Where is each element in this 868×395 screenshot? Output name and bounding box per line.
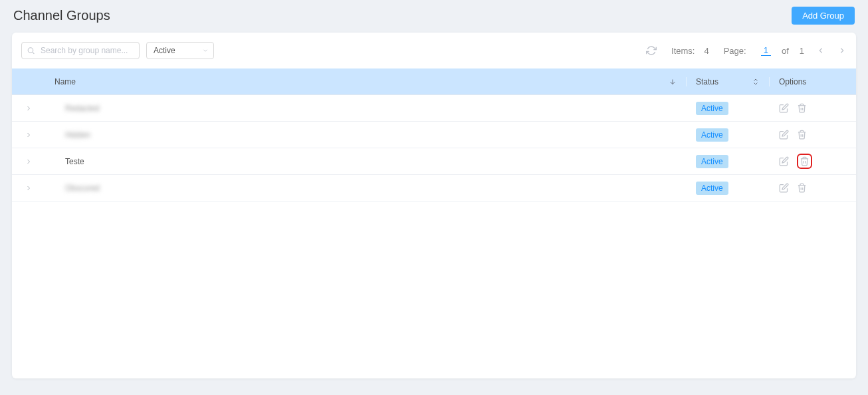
status-badge: Active — [696, 128, 728, 142]
prev-page-button[interactable] — [816, 46, 825, 55]
chevron-right-icon — [25, 158, 33, 166]
table-row: HiddenActive — [12, 122, 856, 148]
status-badge: Active — [696, 102, 728, 115]
delete-icon[interactable] — [797, 183, 807, 193]
edit-icon[interactable] — [779, 103, 789, 113]
page-title: Channel Groups — [13, 8, 110, 23]
items-count: 4 — [704, 46, 708, 56]
expand-row-button[interactable] — [12, 131, 45, 139]
content-card: Active Items: 4 Page: 1 of 1 — [12, 33, 856, 378]
row-name: Obscured — [45, 184, 687, 193]
svg-line-1 — [33, 53, 34, 54]
expand-row-button[interactable] — [12, 104, 45, 112]
items-label: Items: — [671, 46, 695, 56]
page-current-input[interactable]: 1 — [761, 45, 771, 56]
expand-row-button[interactable] — [12, 158, 45, 166]
add-group-button[interactable]: Add Group — [792, 7, 855, 25]
edit-icon[interactable] — [779, 156, 789, 166]
search-input[interactable] — [21, 42, 140, 59]
sort-both-icon[interactable] — [752, 78, 760, 86]
table-row: TesteActive — [12, 148, 856, 175]
table-row: ObscuredActive — [12, 175, 856, 201]
status-badge: Active — [696, 155, 728, 168]
edit-icon[interactable] — [779, 130, 789, 140]
sort-desc-icon[interactable] — [669, 78, 677, 86]
edit-icon[interactable] — [779, 183, 789, 193]
chevron-right-icon — [25, 131, 33, 139]
page-total: 1 — [800, 46, 804, 56]
next-page-button[interactable] — [837, 46, 847, 55]
row-name: Redacted — [45, 104, 687, 113]
expand-row-button[interactable] — [12, 184, 45, 192]
toolbar: Active Items: 4 Page: 1 of 1 — [12, 33, 856, 68]
search-icon — [27, 47, 35, 55]
chevron-down-icon — [202, 47, 209, 54]
row-name: Hidden — [45, 130, 687, 140]
column-options: Options — [779, 77, 806, 86]
table-header: Name Status Options — [12, 68, 856, 95]
of-label: of — [782, 46, 789, 56]
status-badge: Active — [696, 182, 728, 195]
delete-icon[interactable] — [797, 103, 807, 113]
svg-point-0 — [28, 48, 33, 53]
page-label: Page: — [724, 46, 746, 56]
delete-icon[interactable] — [797, 130, 807, 140]
chevron-right-icon — [25, 104, 33, 112]
refresh-icon[interactable] — [646, 45, 657, 56]
delete-icon[interactable] — [797, 154, 812, 169]
row-name: Teste — [45, 157, 687, 166]
table-row: RedactedActive — [12, 95, 856, 122]
column-name[interactable]: Name — [54, 77, 76, 86]
table: Name Status Options RedactedActiveHidden… — [12, 68, 856, 201]
column-status[interactable]: Status — [696, 77, 718, 86]
chevron-right-icon — [25, 184, 33, 192]
